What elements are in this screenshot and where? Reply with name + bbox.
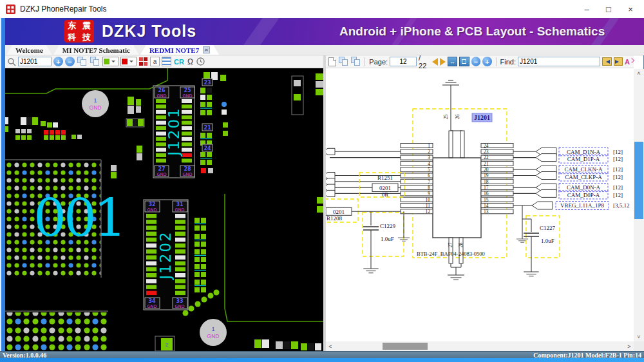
- svg-text:GND: GND: [157, 172, 167, 177]
- bottom-layer-color-dropdown[interactable]: [120, 57, 137, 66]
- panel-splitter[interactable]: [323, 55, 326, 351]
- net-label[interactable]: CAM_D1N-A: [567, 149, 601, 155]
- scroll-up-icon[interactable]: ˄: [634, 69, 644, 78]
- net-label[interactable]: CAM_CLKP-A: [565, 174, 602, 180]
- gnd-pad-bottom[interactable]: 1 GND: [200, 319, 227, 346]
- schematic-zoom-in-button[interactable]: +: [482, 57, 491, 66]
- tab-welcome[interactable]: Welcome: [6, 45, 52, 55]
- page-icon[interactable]: [328, 57, 336, 66]
- banner-streak: [235, 18, 283, 45]
- scroll-left-icon[interactable]: ˂: [326, 341, 335, 351]
- status-bar: Version:1.0.0.46 Component:J1201 Model:F…: [0, 351, 644, 358]
- right-nets: CAM_D1N-A CAM_D1P-A CAM_CLKN-A CAM_CLKP-…: [513, 148, 630, 210]
- pin-26-stub: [460, 131, 464, 158]
- schematic-vertical-scrollbar[interactable]: ˄ ˅: [634, 69, 644, 341]
- component-search-input[interactable]: [18, 57, 52, 66]
- pad-2-label: 2: [166, 342, 169, 348]
- board-edge-strip: [0, 18, 5, 351]
- net-number: 21: [204, 125, 211, 131]
- tab-close-icon[interactable]: ×: [203, 46, 210, 53]
- resistor-r1251[interactable]: R1251 0201 0R: [359, 173, 404, 198]
- gnd-label: GND: [90, 104, 102, 111]
- scroll-right-icon[interactable]: ˃: [625, 341, 634, 351]
- net-label[interactable]: CAM_D1P-A: [567, 156, 600, 162]
- next-page-icon[interactable]: [440, 58, 446, 66]
- gnd-num: 1: [93, 97, 97, 104]
- gnd-pad-top[interactable]: 1 GND: [82, 90, 109, 117]
- tab-redmi-note7[interactable]: REDMI NOTE7 ×: [140, 45, 219, 55]
- schematic-view[interactable]: 25 26 J1201 1 2 3 4 5 6 7 8 9 10 11 12: [326, 69, 634, 341]
- top-layer-color-dropdown[interactable]: [102, 57, 118, 66]
- net-label[interactable]: CAM_CLKN-A: [564, 166, 603, 173]
- svg-text:GND: GND: [183, 93, 193, 99]
- pcb-connector-j1202[interactable]: 32GND 31GND 34GND 33GND J1202: [144, 200, 188, 310]
- maximize-button[interactable]: □: [598, 0, 620, 18]
- page-ref: [12]: [613, 149, 623, 155]
- capacitor-c1229[interactable]: C1229 1.0uF: [363, 211, 404, 272]
- font-tool-icon[interactable]: A: [625, 58, 634, 66]
- brand-banner: 东震科技 DZKJ Tools Android + iPhone & PCB L…: [0, 18, 644, 45]
- pin-25-stub: [449, 131, 453, 158]
- tab-mi-note7-schematic[interactable]: MI NOTE7 Schematic: [53, 45, 139, 55]
- find-input[interactable]: [518, 57, 600, 66]
- close-button[interactable]: ×: [620, 0, 641, 18]
- connector-body: [433, 158, 481, 238]
- tab-bar: Welcome MI NOTE7 Schematic REDMI NOTE7 ×: [0, 45, 644, 55]
- net-label[interactable]: CAM_D0N-A: [567, 184, 601, 191]
- page-label: Page:: [369, 58, 388, 66]
- page-ref: [12]: [613, 174, 623, 180]
- svg-text:14: 14: [484, 203, 489, 209]
- zoom-in-button[interactable]: +: [53, 57, 63, 66]
- layers-list-icon[interactable]: [162, 57, 171, 66]
- history-icon[interactable]: [196, 57, 205, 66]
- page-total: / 22: [419, 54, 430, 70]
- flip-vertical-icon[interactable]: [90, 57, 100, 66]
- net-label[interactable]: VREG_L11A_1P8: [560, 202, 605, 209]
- svg-text:24: 24: [484, 143, 489, 149]
- svg-text:1.0uF: 1.0uF: [381, 236, 394, 242]
- schematic-zoom-out-button[interactable]: −: [471, 57, 480, 66]
- logo-char: 技: [82, 32, 91, 42]
- svg-text:6: 6: [428, 173, 430, 178]
- resistance-mode-icon[interactable]: Ω: [187, 57, 194, 66]
- net-label[interactable]: CAM_D0P-A: [567, 192, 600, 198]
- find-previous-icon[interactable]: [602, 57, 612, 66]
- labels-toggle-icon[interactable]: a: [150, 57, 160, 66]
- bottom-ground: [448, 263, 464, 280]
- pcb-view[interactable]: 001 1 GND 1 GND: [5, 68, 323, 351]
- svg-text:23: 23: [484, 149, 489, 155]
- vertical-scroll-thumb[interactable]: [634, 142, 643, 219]
- flip-horizontal-icon[interactable]: [77, 57, 88, 66]
- component-ref-highlight[interactable]: J1201: [472, 113, 492, 122]
- left-pins: 1 2 3 4 5 6 7 8 9 10 11 12: [401, 143, 433, 214]
- schematic-horizontal-scrollbar[interactable]: ˂ ˃: [326, 341, 634, 351]
- title-bar[interactable]: DZKJ PhoneRepair Tools – □ ×: [0, 0, 644, 18]
- resistor-r1208[interactable]: 0201 R1208: [326, 199, 401, 222]
- tab-label: Welcome: [15, 46, 43, 54]
- page-number-input[interactable]: [390, 57, 417, 66]
- fit-width-icon[interactable]: ↔: [448, 57, 457, 66]
- cr-mode-button[interactable]: CR: [173, 58, 185, 66]
- svg-text:R1208: R1208: [327, 215, 343, 222]
- zoom-out-button[interactable]: −: [65, 57, 75, 66]
- find-next-icon[interactable]: [614, 57, 623, 66]
- horizontal-scroll-thumb[interactable]: [383, 343, 428, 350]
- prev-page-icon[interactable]: [432, 58, 438, 66]
- logo-char: 科: [68, 32, 76, 42]
- bga-designator: 001: [33, 188, 124, 248]
- logo-char: 震: [82, 21, 91, 30]
- top-ground: [442, 81, 462, 131]
- pcb-connector-j1201[interactable]: 26GND 25GND 27GND 28GND J1201: [153, 86, 194, 178]
- scroll-down-icon[interactable]: ˅: [634, 332, 644, 341]
- next-view-icon[interactable]: [350, 57, 361, 66]
- svg-text:12: 12: [426, 209, 431, 214]
- capacitor-c1227[interactable]: C1227 1.0uF: [522, 216, 560, 276]
- scrollbar-corner: [634, 341, 644, 351]
- minimize-button[interactable]: –: [576, 0, 598, 18]
- pin-number: 27: [448, 242, 453, 247]
- prev-view-icon[interactable]: [338, 57, 348, 66]
- color-grid-icon[interactable]: [138, 57, 148, 66]
- page-ref: [12]: [613, 156, 623, 162]
- right-pins: 24 23 22 21 20 19 18 17 16 15 14 13: [481, 143, 513, 214]
- fit-page-icon[interactable]: [459, 57, 469, 66]
